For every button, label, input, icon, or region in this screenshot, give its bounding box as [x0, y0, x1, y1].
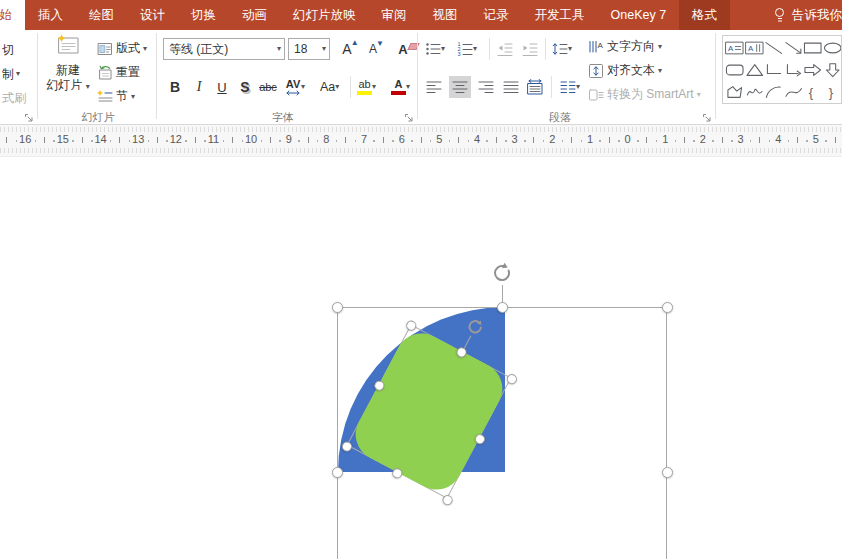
chevron-down-icon: ▾ [568, 45, 572, 53]
tab-slideshow[interactable]: 幻灯片放映 [280, 0, 369, 30]
right-brace-shape-button[interactable]: } [823, 81, 842, 103]
change-case-icon: Aa [320, 80, 335, 94]
ruler-dot [825, 140, 827, 142]
tab-home[interactable]: 开始 [0, 0, 25, 30]
tab-developer[interactable]: 开发工具 [522, 0, 598, 30]
selection-handle-top-right[interactable] [662, 302, 673, 313]
grow-font-button[interactable]: A▲ [336, 38, 358, 60]
rectangle-shape-button[interactable] [803, 37, 823, 59]
distribute-text-button[interactable] [524, 76, 546, 98]
font-dialog-launcher[interactable] [404, 113, 415, 124]
paragraph-dialog-launcher[interactable] [702, 113, 713, 124]
align-right-button[interactable] [475, 76, 497, 98]
arc-shape-button[interactable] [764, 81, 784, 103]
tab-record[interactable]: 记录 [471, 0, 522, 30]
copy-button[interactable]: 制▾ [2, 64, 20, 84]
increase-indent-button[interactable] [519, 38, 541, 60]
new-slide-button[interactable]: 新建 幻灯片 ▾ [42, 34, 94, 120]
line-shape-button[interactable] [764, 37, 784, 59]
selection-handle-top-mid[interactable] [497, 302, 508, 313]
line-spacing-button[interactable]: ▾ [550, 38, 574, 60]
ribbon: 切 制▾ 式刷 新建 幻灯片 ▾ 版式▾ 重置 节▾ 幻灯片 等线 (正文)▾ … [0, 30, 842, 125]
selection-handle-mid-right[interactable] [662, 467, 673, 478]
right-arrow-shape-button[interactable] [803, 59, 823, 81]
font-group-label: 字体 [272, 110, 294, 125]
reset-icon [97, 65, 113, 81]
bold-icon: B [170, 79, 180, 95]
columns-button[interactable]: ▾ [558, 76, 582, 98]
vertical-text-box-shape-button[interactable]: A [745, 37, 765, 59]
shrink-font-button[interactable]: A▼ [362, 38, 384, 60]
chevron-down-icon: ▾ [131, 93, 135, 101]
tab-design[interactable]: 设计 [127, 0, 178, 30]
justify-icon [503, 79, 519, 95]
rounded-rectangle-shape-button[interactable] [725, 59, 745, 81]
elbow-arrow-connector-shape-button[interactable] [784, 59, 804, 81]
tab-review[interactable]: 审阅 [369, 0, 420, 30]
tab-onekey[interactable]: OneKey 7 [598, 0, 680, 30]
chevron-down-icon: ▾ [473, 45, 477, 53]
oval-shape-button[interactable] [823, 37, 842, 59]
decrease-indent-button[interactable] [494, 38, 516, 60]
clipboard-dialog-launcher[interactable] [24, 113, 35, 124]
ruler-dot [279, 140, 281, 142]
ruler-dot [788, 140, 790, 142]
selection-handle-top-left[interactable] [332, 302, 343, 313]
ruler-dot [618, 140, 620, 142]
align-left-button[interactable] [423, 76, 445, 98]
strikethrough-button[interactable]: abc [257, 76, 279, 98]
ruler-dot [185, 140, 187, 142]
chevron-down-icon: ▾ [697, 91, 701, 99]
left-brace-shape-button[interactable]: { [803, 81, 823, 103]
arrow-shape-button[interactable] [784, 37, 804, 59]
font-size-combobox[interactable]: 18▾ [288, 38, 330, 60]
font-size-value: 18 [294, 42, 322, 56]
chevron-down-icon: ▾ [658, 67, 662, 75]
text-highlight-button[interactable]: ab ▾ [355, 76, 378, 98]
selection-handle-mid-left[interactable] [332, 467, 343, 478]
format-painter-button[interactable]: 式刷 [2, 88, 26, 108]
tab-view[interactable]: 视图 [420, 0, 471, 30]
cut-button[interactable]: 切 [2, 40, 14, 60]
tab-transitions[interactable]: 切换 [178, 0, 229, 30]
font-color-button[interactable]: A ▾ [389, 76, 412, 98]
section-button[interactable]: 节▾ [97, 86, 135, 107]
text-box-shape-button[interactable]: A [725, 37, 745, 59]
triangle-shape-button[interactable] [745, 59, 765, 81]
align-center-button[interactable] [449, 76, 471, 98]
tab-animations[interactable]: 动画 [229, 0, 280, 30]
underline-button[interactable]: U [211, 76, 233, 98]
ruler-number: 10 [245, 133, 257, 145]
ruler-number: 4 [775, 133, 781, 145]
layout-icon [97, 41, 113, 57]
tab-draw[interactable]: 绘图 [76, 0, 127, 30]
down-arrow-shape-button[interactable] [823, 59, 842, 81]
italic-button[interactable]: I [188, 76, 210, 98]
convert-smartart-button[interactable]: 转换为 SmartArt▾ [588, 84, 701, 105]
font-name-combobox[interactable]: 等线 (正文)▾ [163, 38, 285, 60]
elbow-connector-shape-button[interactable] [764, 59, 784, 81]
change-case-button[interactable]: Aa▾ [318, 76, 341, 98]
clear-formatting-button[interactable]: A [392, 38, 414, 60]
tab-insert[interactable]: 插入 [25, 0, 76, 30]
ruler-dot [411, 140, 413, 142]
align-text-button[interactable]: 对齐文本▾ [588, 60, 662, 81]
bullets-button[interactable]: ▾ [423, 38, 447, 60]
text-direction-label: 文字方向 [607, 38, 655, 55]
reset-button[interactable]: 重置 [97, 62, 140, 83]
curve-shape-button[interactable] [784, 81, 804, 103]
tell-me-button[interactable]: 告诉我你 [765, 0, 842, 30]
rotate-handle-icon[interactable] [491, 262, 513, 284]
ruler-dot [373, 140, 375, 142]
layout-button[interactable]: 版式▾ [97, 38, 147, 59]
tab-format[interactable]: 格式 [679, 0, 730, 30]
justify-button[interactable] [500, 76, 522, 98]
text-direction-button[interactable]: A文字方向▾ [588, 36, 662, 57]
scribble-shape-button[interactable] [745, 81, 765, 103]
ruler-tick [571, 137, 572, 143]
text-shadow-button[interactable]: S [234, 76, 256, 98]
character-spacing-button[interactable]: AV ▾ [283, 76, 307, 98]
freeform-shape-button[interactable] [725, 81, 745, 103]
numbering-button[interactable]: 123▾ [455, 38, 479, 60]
bold-button[interactable]: B [164, 76, 186, 98]
